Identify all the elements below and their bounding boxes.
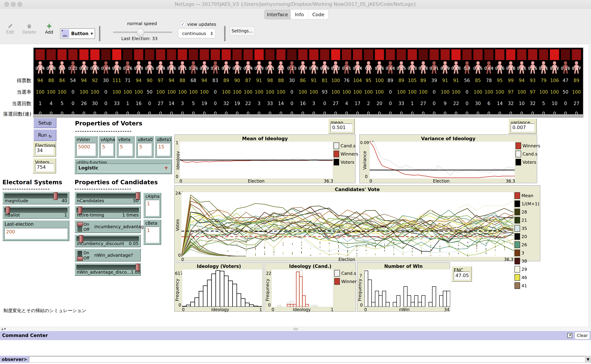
splitter-arrows-icon[interactable]: ▲▼	[1, 327, 7, 330]
minimize-window-icon[interactable]	[11, 2, 16, 7]
plot-area	[364, 269, 450, 307]
input-ubeta1[interactable]: uBeta1 15	[155, 136, 172, 158]
command-center-prompt-row: observer> ▼	[0, 356, 591, 363]
slider-track[interactable]	[4, 208, 67, 213]
slider-track[interactable]	[4, 194, 67, 198]
legend-label: 21	[521, 218, 527, 223]
tab-code[interactable]: Code	[308, 10, 328, 19]
update-mode-select[interactable]: continuous	[178, 29, 215, 38]
chooser-value-box[interactable]: Logistic ▼	[76, 163, 170, 172]
detach-icon[interactable]	[567, 332, 573, 338]
legend-swatch	[514, 274, 520, 281]
stepper-icon	[210, 32, 214, 35]
patch-square	[167, 49, 176, 60]
command-center-header: Command Center Clear	[0, 331, 591, 340]
plot-title: Candidates' Vote	[175, 187, 540, 192]
widget-type-dropdown[interactable]: abc Button ▼	[60, 28, 95, 39]
input-value-box[interactable]: 1	[145, 227, 159, 243]
input-value-box[interactable]: 200	[4, 228, 67, 239]
switch-handle[interactable]	[77, 222, 83, 226]
patch-square	[353, 49, 362, 60]
switch-handle[interactable]	[77, 257, 83, 261]
monitor-elections: Elections 34	[33, 141, 56, 157]
delete-button[interactable]: Delete	[20, 23, 38, 35]
input-value-box[interactable]: 1	[145, 200, 159, 216]
plot-ideology-candidates: Ideology (Cand.) 22 0 Frequnecy 0 Ideolo…	[265, 262, 356, 312]
speed-slider-handle[interactable]	[137, 28, 144, 36]
tab-interface[interactable]: Interface	[264, 10, 291, 19]
patch-square	[408, 49, 417, 60]
horizontal-scrollbar[interactable]	[34, 114, 583, 117]
input-value-box[interactable]: 5	[138, 143, 152, 156]
clear-label: Clear	[577, 333, 588, 338]
delete-label: Delete	[22, 30, 36, 35]
abc-label: abc	[63, 34, 68, 38]
slider-track[interactable]	[77, 265, 139, 270]
slider-track[interactable]	[77, 236, 139, 241]
legend-label: Voters	[523, 160, 536, 165]
slider-magnitude[interactable]: magnitude40	[2, 192, 69, 204]
input-value-box[interactable]: 15	[157, 143, 170, 156]
input-value-box[interactable]: 5	[118, 143, 133, 156]
legend-swatch	[516, 143, 521, 149]
input-calpha[interactable]: cAlpha 1	[143, 193, 161, 218]
window-title: NetLogo — 201705JAES_V3 {/Users/jaehyuns…	[0, 0, 591, 8]
patch-square	[419, 49, 428, 60]
slider-ncandidates[interactable]: nCandidates50	[75, 192, 141, 204]
command-input[interactable]	[29, 356, 585, 362]
chooser-utility-function[interactable]: utility-function Logistic ▼	[74, 159, 172, 174]
legend-label: Winners	[523, 143, 540, 148]
legend: Mean1/(M+1)2821352026338294641	[514, 192, 539, 291]
switch-track[interactable]	[78, 222, 82, 232]
run-button[interactable]: Run ↻	[33, 129, 56, 141]
slider-nballot[interactable]: nBallot1	[2, 206, 69, 219]
tab-info[interactable]: Info	[291, 10, 308, 19]
zoom-window-icon[interactable]	[17, 2, 22, 7]
candidates-section-title: Properties of Candidates	[75, 179, 158, 186]
switch-incumbency-advantage[interactable]: OnOff incumbency_advantage?	[75, 220, 141, 233]
legend-item: 46	[514, 274, 539, 281]
monitor-voters: Voters 754	[33, 158, 56, 174]
settings-button[interactable]: Settings…	[230, 26, 255, 36]
slider-nwin-advantage-discount[interactable]: nWin_advantage_disco...1.00	[75, 263, 141, 276]
pencil-icon	[7, 23, 13, 29]
command-center-output[interactable]	[0, 340, 591, 356]
input-cbeta[interactable]: cBeta 1	[143, 220, 161, 245]
patch-square	[276, 49, 286, 60]
input-valpha[interactable]: vAlpha 5	[98, 136, 115, 158]
slider-track[interactable]	[77, 194, 139, 198]
x-tick: 36.3	[506, 179, 515, 184]
electoral-section-divider: --------------------	[2, 186, 69, 192]
input-value-box[interactable]: 5000	[76, 143, 96, 156]
slider-incumbency-discount[interactable]: incumbency_discount0.05	[75, 234, 141, 247]
input-vbeta[interactable]: vBeta 5	[116, 136, 135, 158]
netlogo-window: NetLogo — 201705JAES_V3 {/Users/jaehyuns…	[0, 0, 591, 364]
slider-track[interactable]	[77, 208, 139, 213]
x-tick: 0	[182, 307, 184, 312]
edit-button[interactable]: Edit	[3, 23, 17, 35]
legend-swatch	[334, 270, 340, 277]
input-last-election[interactable]: Last-election 200	[2, 220, 69, 241]
close-window-icon[interactable]	[4, 2, 9, 7]
input-ubeta0[interactable]: uBeta0 5	[136, 136, 154, 158]
legend-swatch	[514, 225, 520, 232]
slider-retire-timing[interactable]: retire-timing1 times	[75, 206, 141, 219]
voters-section-divider: ------------------------	[75, 128, 172, 134]
command-center-splitter[interactable]: ▲▼	[0, 327, 591, 331]
view-updates-checkbox[interactable]: ✓	[180, 22, 185, 27]
clear-button[interactable]: Clear	[575, 332, 590, 339]
switch-nwin-advantage[interactable]: OnOff nWin_advantage?	[75, 249, 141, 262]
plot-candidates-vote: Candidates' Vote 244 0 Votes 0 Election …	[174, 185, 540, 261]
splitter-grip[interactable]	[293, 328, 298, 330]
slider-label: magnitude	[5, 198, 28, 203]
switch-track[interactable]	[78, 251, 82, 260]
setup-button[interactable]: Setup	[33, 118, 56, 128]
input-value-box[interactable]: 5	[100, 143, 113, 156]
input-nvoter[interactable]: nVoter 5000	[74, 136, 98, 158]
chevron-down-icon: ▼	[91, 32, 93, 35]
world-view[interactable]: 0.6494100100.3888100400.484100500.225400…	[33, 47, 584, 118]
history-dropdown-icon[interactable]: ▼	[585, 356, 591, 363]
vertical-scrollbar[interactable]	[588, 44, 591, 327]
add-button[interactable]: Add	[42, 23, 56, 35]
legend-item: 3	[514, 250, 539, 256]
